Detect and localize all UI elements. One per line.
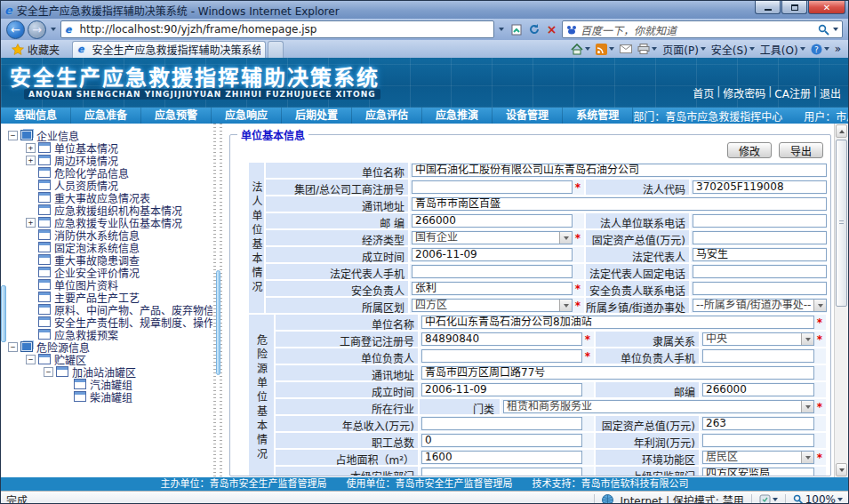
- address-field[interactable]: e http://localhost:90/yjzh/frame/homepag…: [60, 20, 494, 38]
- search-box[interactable]: 百度一下，你就知道: [562, 20, 843, 38]
- field-input[interactable]: 2006-11-09: [421, 383, 582, 396]
- field-input[interactable]: 张利: [412, 282, 573, 295]
- header-link-3[interactable]: 退出: [820, 85, 841, 100]
- stop-button[interactable]: ×: [544, 20, 559, 38]
- field-input[interactable]: [412, 180, 573, 194]
- page-menu[interactable]: 页面(P): [662, 42, 706, 57]
- field-input[interactable]: [421, 349, 582, 363]
- minus-expander-icon[interactable]: −: [8, 342, 18, 352]
- field-select[interactable]: 居民区: [702, 451, 814, 464]
- minimize-button[interactable]: [755, 1, 781, 14]
- field-input[interactable]: [412, 265, 573, 278]
- field-input[interactable]: [693, 282, 827, 295]
- menu-item-8[interactable]: 系统管理: [563, 108, 633, 124]
- chevron-down-icon[interactable]: [813, 300, 826, 311]
- field-select[interactable]: 租赁和商务服务业: [503, 400, 814, 413]
- modify-button[interactable]: 修改: [727, 142, 772, 158]
- field-input[interactable]: [421, 417, 582, 430]
- header-link-2[interactable]: CA注册: [774, 85, 811, 100]
- tree-item[interactable]: −危险源信息: [6, 340, 212, 353]
- field-input[interactable]: 0: [421, 434, 582, 447]
- splitter-handle[interactable]: [216, 270, 220, 375]
- header-link-0[interactable]: 首页: [693, 85, 714, 100]
- zoom-control[interactable]: 100%: [793, 493, 843, 504]
- panel-splitter[interactable]: [212, 124, 224, 477]
- print-button[interactable]: [637, 44, 657, 54]
- field-input[interactable]: 266000: [702, 383, 814, 396]
- field-input[interactable]: 四方区安监局: [702, 468, 814, 476]
- back-button[interactable]: ←: [6, 20, 25, 39]
- field-select[interactable]: 中央: [702, 332, 814, 346]
- chevron-down-icon[interactable]: [801, 452, 813, 463]
- export-button[interactable]: 导出: [779, 142, 823, 158]
- field-input[interactable]: 1600: [421, 451, 582, 464]
- field-input[interactable]: 370205F119008: [693, 180, 827, 194]
- help-menu[interactable]: ?: [811, 44, 829, 55]
- field-input[interactable]: [702, 349, 814, 363]
- home-button[interactable]: [571, 44, 590, 55]
- feeds-button[interactable]: [596, 44, 614, 55]
- field-select[interactable]: 四方区: [412, 299, 573, 312]
- scroll-down-arrow[interactable]: [836, 463, 847, 476]
- field-input[interactable]: [693, 214, 827, 228]
- protected-mode-button[interactable]: [759, 494, 778, 504]
- favorites-button[interactable]: 收藏夹: [4, 41, 67, 57]
- minus-expander-icon[interactable]: −: [8, 131, 18, 140]
- minus-expander-icon[interactable]: −: [44, 367, 53, 377]
- field-input[interactable]: 263: [702, 417, 814, 430]
- more-commands[interactable]: »: [835, 43, 841, 55]
- refresh-button[interactable]: [526, 20, 541, 38]
- field-input[interactable]: 马安生: [693, 248, 827, 261]
- field-input[interactable]: [702, 434, 814, 447]
- chevron-down-icon[interactable]: [559, 232, 572, 244]
- field-input[interactable]: 84890840: [421, 332, 582, 346]
- menu-item-0[interactable]: 基础信息: [1, 108, 71, 124]
- field-input[interactable]: 青岛市四方区周口路77号: [421, 366, 814, 380]
- safety-menu[interactable]: 安全(S): [711, 42, 755, 57]
- chevron-down-icon[interactable]: [801, 401, 813, 412]
- menu-item-5[interactable]: 应急评估: [352, 108, 422, 124]
- menu-item-1[interactable]: 应急准备: [71, 108, 141, 124]
- field-input[interactable]: [693, 265, 827, 278]
- address-dropdown[interactable]: [497, 22, 506, 36]
- chevron-down-icon[interactable]: [801, 333, 813, 345]
- menu-item-4[interactable]: 后期处置: [282, 108, 352, 124]
- field-input[interactable]: [421, 468, 582, 476]
- plus-expander-icon[interactable]: +: [26, 143, 36, 153]
- history-dropdown[interactable]: [49, 22, 58, 36]
- field-cell: 中国石油化工股份有限公司山东青岛石油分公司*: [409, 162, 827, 179]
- search-dropdown[interactable]: [833, 28, 838, 31]
- field-input[interactable]: 中国石油化工股份有限公司山东青岛石油分公司: [412, 164, 827, 177]
- tree-item[interactable]: 柴油罐组: [6, 390, 212, 403]
- field-select[interactable]: --所属乡镇/街道办事处--: [693, 299, 827, 312]
- field-input[interactable]: 中石化山东青岛石油分公司8加油站: [421, 316, 814, 329]
- maximize-button[interactable]: [781, 1, 807, 14]
- vertical-scrollbar[interactable]: [834, 124, 848, 477]
- forward-button[interactable]: →: [28, 20, 46, 39]
- search-icon[interactable]: [818, 24, 829, 36]
- menu-item-3[interactable]: 应急响应: [212, 108, 282, 124]
- scroll-up-arrow[interactable]: [836, 124, 847, 138]
- field-input[interactable]: 2006-11-09: [412, 248, 573, 261]
- menu-item-2[interactable]: 应急预警: [141, 108, 212, 124]
- tools-menu[interactable]: 工具(O): [760, 42, 805, 57]
- mail-button[interactable]: [620, 44, 632, 53]
- field-input[interactable]: 266000: [412, 214, 573, 228]
- browser-tab[interactable]: e 安全生产应急救援指挥辅助决策系统: [72, 41, 266, 58]
- new-tab-button[interactable]: [268, 41, 284, 58]
- plus-expander-icon[interactable]: +: [26, 218, 36, 228]
- minus-expander-icon[interactable]: −: [26, 355, 36, 364]
- field-select[interactable]: 国有企业: [412, 231, 573, 244]
- chevron-down-icon[interactable]: [559, 300, 572, 311]
- close-button[interactable]: ✕: [808, 1, 845, 14]
- header-link-1[interactable]: 修改密码: [723, 85, 765, 100]
- tree-scroll-handle[interactable]: [1, 285, 6, 342]
- plus-expander-icon[interactable]: +: [26, 156, 36, 165]
- scrollbar-thumb[interactable]: [836, 140, 847, 307]
- menu-item-6[interactable]: 应急推演: [422, 108, 493, 124]
- menu-item-7[interactable]: 设备管理: [493, 108, 563, 124]
- field-input[interactable]: [693, 231, 827, 244]
- unit-info-fieldset: 单位基本信息 修改 导出 法人单位基本情况单位名称中国石油化工股份有限公司山东青…: [229, 134, 831, 476]
- field-input[interactable]: 青岛市市南区百盛: [412, 197, 827, 211]
- compatibility-view-icon[interactable]: [509, 20, 524, 38]
